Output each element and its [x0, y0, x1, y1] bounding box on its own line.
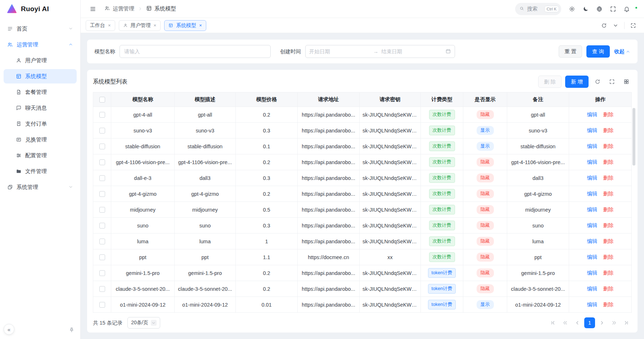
delete-button[interactable]: 删 除 — [538, 76, 562, 88]
row-checkbox[interactable] — [99, 207, 105, 213]
content-fullscreen-icon[interactable] — [627, 20, 639, 31]
delete-link[interactable]: 删除 — [603, 238, 614, 244]
edit-link[interactable]: 编辑 — [587, 238, 598, 244]
cell-remark: ppt — [507, 249, 569, 265]
table-fullscreen-icon[interactable] — [607, 76, 617, 87]
edit-link[interactable]: 编辑 — [587, 159, 598, 165]
delete-link[interactable]: 删除 — [603, 191, 614, 196]
delete-link[interactable]: 删除 — [603, 143, 614, 149]
table-vertical-scrollbar[interactable] — [632, 108, 635, 166]
row-checkbox[interactable] — [99, 112, 105, 118]
edit-link[interactable]: 编辑 — [587, 286, 598, 291]
sidebar-collapse-button[interactable]: « — [4, 324, 14, 335]
edit-link[interactable]: 编辑 — [587, 302, 598, 307]
sidebar-item-chat-messages[interactable]: 聊天消息 — [4, 101, 77, 115]
row-checkbox[interactable] — [99, 191, 105, 197]
edit-link[interactable]: 编辑 — [587, 254, 598, 260]
tab-close-icon[interactable]: × — [108, 23, 111, 28]
delete-link[interactable]: 删除 — [603, 207, 614, 212]
sidebar-item-user-management[interactable]: 用户管理 — [4, 53, 77, 68]
visibility-badge: 隐藏 — [477, 173, 494, 182]
notifications-bell-icon[interactable] — [621, 3, 632, 15]
prev-group-button[interactable] — [560, 317, 571, 328]
row-checkbox[interactable] — [99, 223, 105, 229]
delete-link[interactable]: 删除 — [603, 175, 614, 181]
edit-link[interactable]: 编辑 — [587, 207, 598, 212]
delete-link[interactable]: 删除 — [603, 270, 614, 276]
row-checkbox[interactable] — [99, 159, 105, 165]
first-page-button[interactable] — [548, 317, 558, 328]
prev-page-button[interactable] — [572, 317, 583, 328]
breadcrumb-system-model[interactable]: 系统模型 — [146, 5, 176, 12]
row-checkbox[interactable] — [99, 270, 105, 276]
table-row: dall-e-3 dall3 0.3 https://api.pandarobo… — [93, 170, 632, 186]
global-search[interactable]: 搜索 Ctrl K — [515, 3, 561, 15]
edit-link[interactable]: 编辑 — [587, 175, 598, 181]
chevron-down-icon[interactable] — [610, 20, 621, 31]
current-page-button[interactable]: 1 — [584, 317, 595, 328]
delete-link[interactable]: 删除 — [603, 302, 614, 307]
edit-link[interactable]: 编辑 — [587, 270, 598, 276]
edit-link[interactable]: 编辑 — [587, 191, 598, 196]
delete-link[interactable]: 删除 — [603, 112, 614, 117]
sidebar-item-payment-orders[interactable]: 支付订单 — [4, 117, 77, 131]
query-button[interactable]: 查 询 — [586, 45, 610, 58]
table-icon — [16, 73, 22, 79]
sidebar-item-package-management[interactable]: 套餐管理 — [4, 85, 77, 99]
edit-link[interactable]: 编辑 — [587, 143, 598, 149]
select-all-checkbox[interactable] — [99, 97, 105, 103]
tab-system-model[interactable]: 系统模型 × — [164, 20, 206, 31]
tab-close-icon[interactable]: × — [199, 23, 202, 28]
sidebar-item-system-model[interactable]: 系统模型 — [4, 69, 77, 83]
app-logo[interactable]: Ruoyi AI — [0, 0, 80, 18]
breadcrumb-operations[interactable]: 运营管理 — [104, 5, 134, 12]
next-page-button[interactable] — [596, 317, 607, 328]
tab-close-icon[interactable]: × — [154, 23, 157, 28]
column-settings-icon[interactable] — [621, 76, 632, 87]
edit-link[interactable]: 编辑 — [587, 127, 598, 133]
topbar-actions: 搜索 Ctrl K — [515, 3, 638, 15]
date-range-picker[interactable]: 开始日期 → 结束日期 — [305, 45, 455, 58]
start-date-placeholder: 开始日期 — [309, 48, 370, 55]
sidebar-item-file-management[interactable]: 文件管理 — [4, 164, 77, 178]
language-translate-icon[interactable] — [594, 3, 605, 15]
delete-link[interactable]: 删除 — [603, 127, 614, 133]
sidebar-group-system[interactable]: 系统管理 — [4, 180, 77, 194]
edit-link[interactable]: 编辑 — [587, 222, 598, 228]
tab-user-management[interactable]: 用户管理 × — [119, 20, 161, 31]
delete-link[interactable]: 删除 — [603, 222, 614, 228]
edit-link[interactable]: 编辑 — [587, 112, 598, 117]
row-checkbox[interactable] — [99, 239, 105, 244]
delete-link[interactable]: 删除 — [603, 286, 614, 291]
row-checkbox[interactable] — [99, 175, 105, 181]
cell-billing-type: 次数计费 — [421, 202, 463, 218]
next-group-button[interactable] — [609, 317, 620, 328]
dark-mode-moon-icon[interactable] — [580, 3, 591, 15]
reset-button[interactable]: 重 置 — [559, 45, 582, 58]
refresh-icon[interactable] — [598, 20, 610, 31]
delete-link[interactable]: 删除 — [603, 159, 614, 165]
row-checkbox[interactable] — [99, 254, 105, 260]
sidebar-item-exchange-management[interactable]: 兑换管理 — [4, 132, 77, 147]
row-checkbox[interactable] — [99, 144, 105, 149]
col-header-request-url: 请求地址 — [298, 92, 360, 107]
page-size-select[interactable]: 20条/页 — [127, 317, 160, 329]
model-name-input[interactable] — [120, 45, 271, 58]
add-button[interactable]: 新 增 — [565, 76, 589, 88]
sidebar-item-config-management[interactable]: 配置管理 — [4, 148, 77, 163]
delete-link[interactable]: 删除 — [603, 254, 614, 260]
row-checkbox[interactable] — [99, 286, 105, 292]
refresh-icon[interactable] — [592, 76, 603, 87]
billing-type-tag: 次数计费 — [429, 126, 455, 135]
sidebar-group-operations[interactable]: 运营管理 — [4, 37, 77, 52]
row-checkbox[interactable] — [99, 128, 105, 134]
sidebar-item-home[interactable]: 首页 — [4, 22, 77, 36]
hamburger-menu-icon[interactable] — [87, 3, 99, 15]
fullscreen-icon[interactable] — [607, 3, 619, 15]
collapse-filter-button[interactable]: 收起 — [614, 48, 630, 55]
settings-gear-icon[interactable] — [566, 3, 578, 15]
row-checkbox[interactable] — [99, 302, 105, 308]
tab-workbench[interactable]: 工作台 × — [86, 20, 115, 31]
pin-sidebar-icon[interactable] — [69, 327, 75, 334]
last-page-button[interactable] — [621, 317, 632, 328]
